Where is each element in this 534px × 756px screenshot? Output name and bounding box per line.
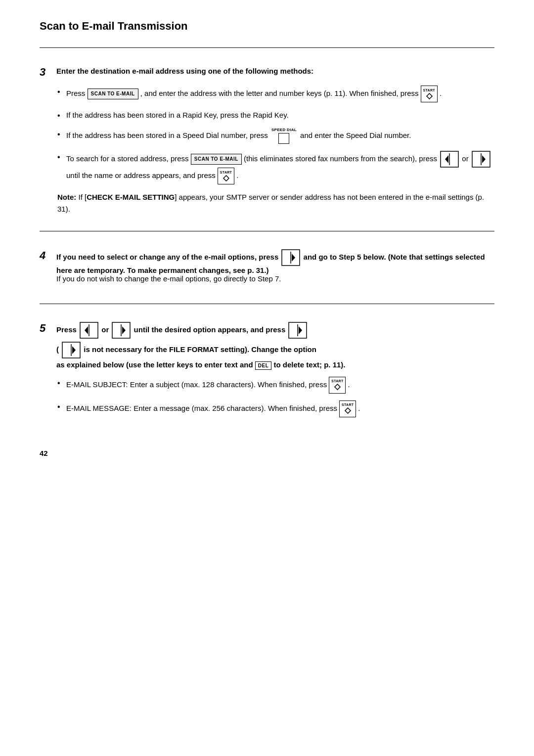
step-5-number: 5 (40, 322, 51, 335)
step-5-bullets: E-MAIL SUBJECT: Enter a subject (max. 12… (40, 377, 494, 417)
b3-text-after: and enter the Speed Dial number. (300, 131, 411, 139)
s2-period: . (358, 404, 360, 412)
step-5-title-p2: until the desired option appears, and pr… (134, 325, 288, 334)
step-5-title-line1: Press or until the desired option appear… (56, 322, 346, 339)
b4-period: . (236, 171, 238, 179)
start-key-3: START ◇ (329, 377, 346, 394)
step-4-title-p1: If you need to select or change any of t… (56, 253, 280, 261)
s2-text: E-MAIL MESSAGE: Enter a message (max. 25… (66, 404, 339, 412)
middle-divider-2 (40, 304, 494, 304)
step-5-title-p1: Press (56, 325, 79, 334)
top-divider (40, 47, 494, 48)
b3-text-before: If the address has been stored in a Spee… (66, 131, 270, 139)
step-5-title-or: or (101, 325, 111, 334)
b4-or: or (462, 154, 471, 163)
svg-marker-20 (72, 346, 76, 354)
del-key: DEL (255, 361, 272, 370)
b1-text-after: , and enter the address with the letter … (140, 89, 421, 97)
svg-marker-14 (122, 326, 126, 334)
b4-text-middle: (this eliminates stored fax numbers from… (244, 154, 439, 163)
step-5-bullet-2: E-MAIL MESSAGE: Enter a message (max. 25… (57, 400, 494, 417)
step-5-bullet-1: E-MAIL SUBJECT: Enter a subject (max. 12… (57, 377, 494, 394)
start-key-1: START ◇ (421, 86, 438, 102)
step-4-title-p3: If you do not wish to change the e-mail … (56, 274, 281, 283)
step-3-section: 3 Enter the destination e-mail address u… (40, 57, 494, 222)
step5-sub-p3: to delete text; p. 11). (273, 360, 345, 369)
step-3-number: 3 (40, 66, 51, 79)
note-label: Note: If [CHECK E-MAIL SETTING] appears,… (57, 193, 484, 213)
step-5-title-block: Press or until the desired option appear… (56, 322, 346, 370)
step-3-bullet-1: Press SCAN TO E-MAIL , and enter the add… (57, 86, 494, 102)
page-number: 42 (40, 449, 494, 457)
step5-sub-open-paren: ( (56, 345, 59, 354)
options-key-1 (281, 249, 300, 266)
svg-marker-5 (482, 155, 486, 163)
scan-to-email-button-1: SCAN TO E-MAIL (88, 89, 138, 99)
step-3-bullets: Press SCAN TO E-MAIL , and enter the add… (40, 86, 494, 184)
svg-marker-2 (445, 155, 448, 163)
s1-period: . (348, 380, 350, 389)
s1-text: E-MAIL SUBJECT: Enter a subject (max. 12… (66, 380, 329, 389)
svg-marker-17 (299, 326, 302, 334)
start-key-2: START ◇ (218, 168, 234, 184)
step-4-section: 4 If you need to select or change any of… (40, 240, 494, 295)
step-3-bullet-3: If the address has been stored in a Spee… (57, 128, 494, 144)
nav-right-key (472, 151, 490, 168)
step-5-subtitle2: as explained below (use the letter keys … (56, 360, 346, 370)
step-5-header: 5 Press or until the desired op (40, 322, 494, 370)
step5-sub-key (62, 342, 81, 358)
step-4-number: 4 (40, 249, 51, 262)
step-3-header: 3 Enter the destination e-mail address u… (40, 66, 494, 79)
step5-sub-p2: as explained below (use the letter keys … (56, 360, 253, 369)
middle-divider-1 (40, 231, 494, 231)
b2-text: If the address has been stored in a Rapi… (66, 111, 289, 119)
step-4-title: If you need to select or change any of t… (56, 249, 494, 283)
step-5-section: 5 Press or until the desired op (40, 313, 494, 429)
step-4-header: 4 If you need to select or change any of… (40, 249, 494, 283)
svg-marker-8 (292, 254, 295, 262)
speed-dial-group: SPEED DIAL (271, 128, 297, 144)
page-title: Scan to E-mail Transmission (40, 20, 494, 33)
step5-nav-left (80, 322, 98, 339)
step5-select-key (288, 322, 307, 339)
start-key-4: START ◇ (339, 400, 356, 417)
step-3-bullet-4: To search for a stored address, press SC… (57, 151, 494, 184)
b4-text-after: until the name or address appears, and p… (66, 171, 218, 179)
b4-text-before: To search for a stored address, press (66, 154, 191, 163)
step-3-note: Note: If [CHECK E-MAIL SETTING] appears,… (40, 191, 494, 215)
step5-sub-p1: is not necessary for the FILE FORMAT set… (84, 345, 316, 354)
svg-marker-11 (85, 326, 88, 334)
step-3-bullet-2: If the address has been stored in a Rapi… (57, 109, 494, 121)
scan-to-email-button-2: SCAN TO E-MAIL (191, 154, 242, 165)
nav-left-key (440, 151, 459, 168)
step-3-title: Enter the destination e-mail address usi… (56, 66, 313, 77)
step-5-subtitle: ( is not necessary for the FILE FORMAT s… (56, 342, 346, 358)
b1-text-before: Press (66, 89, 88, 97)
step5-nav-right (112, 322, 131, 339)
b1-period: . (440, 89, 442, 97)
